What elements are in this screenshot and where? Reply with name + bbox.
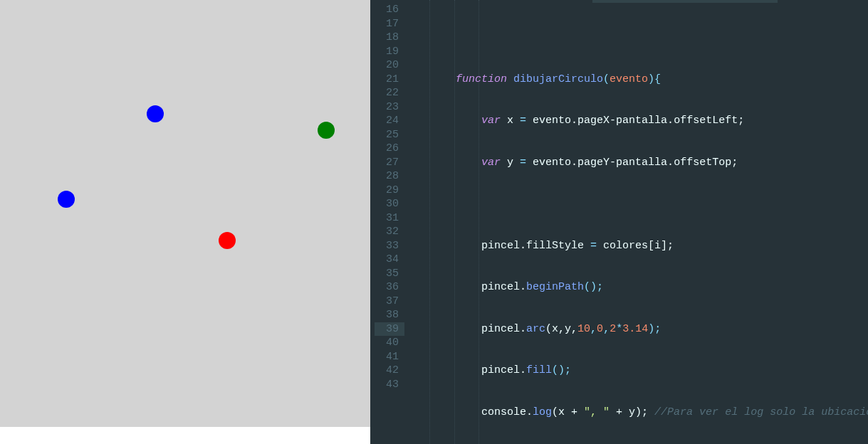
line-number: 39 (375, 322, 404, 337)
line-number: 38 (375, 308, 404, 322)
diff-indicator-bar (370, 0, 375, 444)
line-number: 31 (375, 211, 404, 226)
line-number: 37 (375, 295, 404, 309)
code-line: var y = evento.pageY-pantalla.offsetTop; (404, 156, 868, 170)
line-number: 18 (375, 31, 404, 45)
line-number: 40 (375, 336, 404, 350)
line-number: 36 (375, 280, 404, 295)
line-number-gutter: 1617181920212223242526272829303132333435… (375, 0, 404, 444)
code-editor[interactable]: 1617181920212223242526272829303132333435… (370, 0, 868, 444)
line-number: 26 (375, 142, 404, 156)
canvas-area[interactable] (0, 0, 370, 427)
line-number: 28 (375, 169, 404, 184)
drawn-circle (58, 191, 75, 208)
line-number: 43 (375, 378, 404, 392)
line-number: 17 (375, 17, 404, 31)
line-number: 33 (375, 239, 404, 253)
drawn-circle (318, 122, 335, 139)
line-number: 27 (375, 156, 404, 170)
line-number: 16 (375, 3, 404, 17)
code-line: function dibujarCirculo(evento){ (404, 73, 868, 87)
line-number: 20 (375, 58, 404, 73)
line-number: 21 (375, 73, 404, 87)
drawn-circle (219, 232, 236, 249)
line-number: 30 (375, 197, 404, 211)
preview-pane (0, 0, 370, 444)
line-number: 32 (375, 225, 404, 239)
line-number: 24 (375, 114, 404, 128)
line-number: 41 (375, 350, 404, 364)
line-number: 19 (375, 45, 404, 59)
code-line: var x = evento.pageX-pantalla.offsetLeft… (404, 114, 868, 128)
code-line: console.log(x + ", " + y); //Para ver el… (404, 406, 868, 420)
line-number: 23 (375, 100, 404, 115)
line-number: 29 (375, 184, 404, 198)
line-number: 25 (375, 128, 404, 142)
drawn-circle (147, 105, 164, 122)
line-number: 34 (375, 253, 404, 267)
code-content[interactable]: function dibujarCirculo(evento){ var x =… (404, 0, 868, 444)
code-line (404, 197, 868, 211)
code-line: pincel.fill(); (404, 364, 868, 378)
line-number: 35 (375, 267, 404, 281)
code-line: pincel.beginPath(); (404, 280, 868, 295)
line-number: 42 (375, 364, 404, 378)
line-number: 22 (375, 86, 404, 100)
code-line: pincel.arc(x,y,10,0,2*3.14); (404, 322, 868, 337)
code-line: pincel.fillStyle = colores[i]; (404, 239, 868, 253)
